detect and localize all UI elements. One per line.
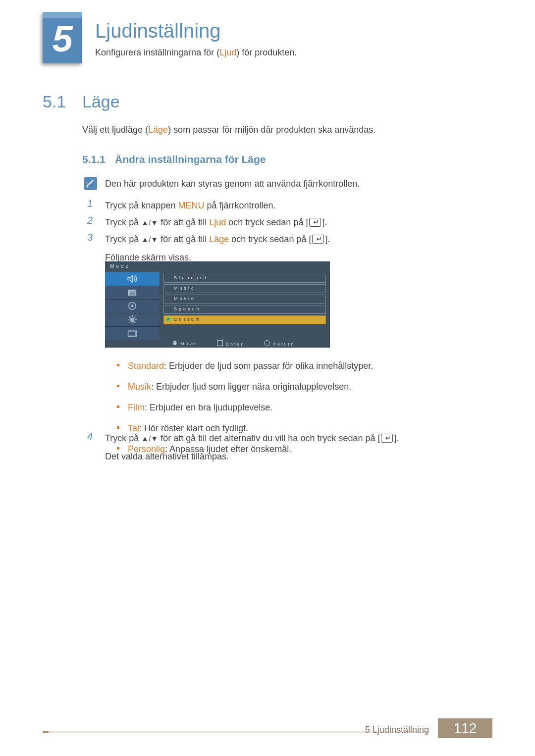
chapter-title: Ljudinställning	[95, 20, 221, 42]
osd-footer-enter: Enter	[217, 340, 244, 347]
osd-item-standard: Standard	[163, 274, 326, 283]
section-title: Läge	[82, 92, 120, 111]
keyword-lage: Läge	[148, 125, 168, 135]
osd-footer: Move Enter Return	[160, 339, 330, 348]
text: ].	[322, 217, 327, 227]
osd-item-label: Custom	[174, 317, 201, 322]
osd-item-movie: Movie	[163, 295, 326, 303]
step-number: 1	[87, 198, 105, 213]
step-3: 3 Tryck på ▲/▼ för att gå till Läge och …	[87, 232, 330, 265]
subsection-number: 5.1.1	[82, 153, 106, 165]
osd-body: Standard Music Movie Speech ✔Custom	[105, 272, 330, 340]
text: för att gå till	[158, 234, 209, 244]
osd-side-icon	[105, 326, 160, 340]
text: ].	[325, 234, 330, 244]
keyword: Film	[128, 403, 145, 412]
svg-rect-14	[129, 332, 135, 336]
keyword: Musik	[128, 382, 151, 392]
text: : Erbjuder de ljud som passar för olika …	[164, 361, 373, 371]
osd-title: Mode	[105, 261, 330, 272]
up-down-arrows-icon: ▲/▼	[141, 434, 158, 443]
footer-label: 5 Ljudinställning	[365, 725, 429, 735]
text: Tryck på knappen	[105, 201, 178, 210]
osd-item-speech: Speech	[163, 305, 326, 314]
osd-sidebar	[105, 272, 160, 340]
svg-point-4	[130, 318, 135, 322]
svg-line-9	[129, 317, 131, 318]
text: och tryck sedan på [	[229, 234, 311, 244]
list-item: Standard: Erbjuder de ljud som passar fö…	[117, 359, 373, 373]
osd-footer-move: Move	[172, 341, 197, 346]
keyword-ljud: Ljud	[209, 217, 226, 227]
up-down-arrows-icon: ▲/▼	[141, 218, 158, 227]
text: för att gå till det alternativ du vill h…	[158, 433, 380, 443]
text: ) som passar för miljön där produkten sk…	[168, 125, 375, 135]
page-number: 112	[438, 718, 492, 738]
keyword: Standard	[128, 361, 164, 371]
svg-line-10	[134, 322, 136, 323]
osd-side-icon	[105, 272, 160, 286]
svg-line-11	[129, 322, 131, 323]
text: Tryck på	[105, 433, 141, 443]
step-4: 4 Tryck på ▲/▼ för att gå till det alter…	[87, 431, 399, 464]
text: : Erbjuder en bra ljudupplevelse.	[145, 403, 272, 412]
text: för att gå till	[158, 217, 209, 227]
note: Den här produkten kan styras genom att a…	[84, 177, 360, 190]
osd-side-icon	[105, 286, 160, 300]
keyword-lage: Läge	[209, 234, 229, 244]
enter-icon	[309, 218, 321, 227]
keyword-menu: MENU	[178, 201, 204, 210]
chapter-tab: 5	[43, 12, 82, 63]
keyword-ljud: Ljud	[219, 48, 236, 57]
svg-point-3	[131, 305, 133, 307]
list-item: Film: Erbjuder en bra ljudupplevelse.	[117, 401, 373, 415]
text: ].	[394, 433, 399, 443]
chapter-intro: Konfigurera inställningarna för (Ljud) f…	[95, 48, 297, 58]
osd-footer-return: Return	[264, 340, 295, 347]
osd-main: Standard Music Movie Speech ✔Custom	[160, 272, 330, 340]
osd-menu: Mode Standard Music Movie Speech ✔Custom…	[105, 261, 330, 348]
chapter-number: 5	[52, 18, 72, 57]
text: Tryck på	[105, 217, 141, 227]
text: Välj ett ljudläge (	[82, 125, 148, 135]
list-item: Musik: Erbjuder ljud som ligger nära ori…	[117, 380, 373, 394]
step-number: 2	[87, 215, 105, 230]
section-number: 5.1	[43, 92, 66, 111]
text: ) för produkten.	[236, 48, 297, 57]
text: : Erbjuder ljud som ligger nära original…	[151, 382, 351, 392]
text: Konfigurera inställningarna för (	[95, 48, 219, 57]
enter-icon	[381, 434, 393, 443]
osd-item-music: Music	[163, 284, 326, 293]
text: och tryck sedan på [	[226, 217, 308, 227]
osd-side-icon	[105, 313, 160, 327]
check-icon: ✔	[166, 316, 170, 322]
step-number: 4	[87, 431, 105, 464]
step-2: 2 Tryck på ▲/▼ för att gå till Ljud och …	[87, 215, 327, 230]
text: Det valda alternativet tillämpas.	[105, 449, 399, 464]
text: på fjärrkontrollen.	[204, 201, 275, 210]
step-1: 1 Tryck på knappen MENU på fjärrkontroll…	[87, 198, 276, 213]
osd-item-custom: ✔Custom	[163, 315, 326, 324]
page-footer: 5 Ljudinställning 112	[43, 718, 492, 738]
up-down-arrows-icon: ▲/▼	[141, 235, 158, 244]
text: Tryck på	[105, 234, 141, 244]
page: 5 Ljudinställning Konfigurera inställnin…	[0, 0, 535, 756]
step-number: 3	[87, 232, 105, 265]
section-intro: Välj ett ljudläge (Läge) som passar för …	[82, 125, 375, 135]
osd-side-icon	[105, 299, 160, 313]
note-text: Den här produkten kan styras genom att a…	[105, 179, 360, 189]
enter-icon	[312, 235, 324, 244]
subsection-title: Ändra inställningarna för Läge	[115, 153, 266, 165]
svg-line-12	[134, 317, 136, 318]
note-icon	[84, 177, 97, 190]
